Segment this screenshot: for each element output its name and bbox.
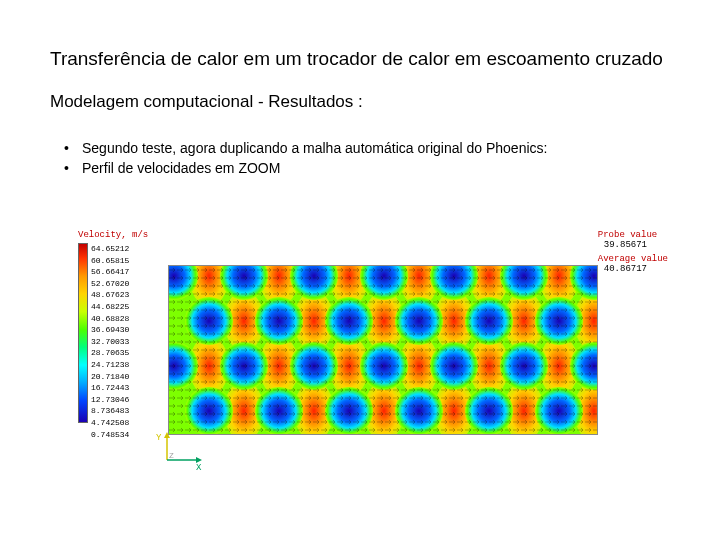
probe-readout: Probe value 39.85671 Average value 40.86… [598,230,668,278]
probe-label: Probe value [598,230,668,240]
svg-marker-16 [164,432,170,438]
axis-y-label: Y [156,433,162,443]
legend-title: Velocity, m/s [78,230,158,240]
legend-value: 56.66417 [91,266,129,278]
bullet-list: Segundo teste, agora duplicando a malha … [50,140,670,177]
velocity-contour-plot [168,265,598,435]
legend-value: 16.72443 [91,382,129,394]
legend-value: 4.742508 [91,417,129,429]
bullet-item: Segundo teste, agora duplicando a malha … [64,140,670,158]
legend-value: 64.65212 [91,243,129,255]
legend-value: 32.70033 [91,336,129,348]
axis-x-label: X [196,463,202,470]
color-legend: Velocity, m/s 64.65212 60.65815 56.66417… [78,230,158,440]
legend-value: 0.748534 [91,429,129,441]
legend-value: 20.71840 [91,371,129,383]
legend-value: 12.73046 [91,394,129,406]
page-title: Transferência de calor em um trocador de… [50,48,670,70]
average-value: 40.86717 [598,264,668,274]
axis-triad: Y X Z [152,430,207,470]
legend-value: 40.68828 [91,313,129,325]
legend-value: 60.65815 [91,255,129,267]
legend-value: 44.68225 [91,301,129,313]
axis-z-label: Z [169,451,174,460]
legend-value: 8.736483 [91,405,129,417]
legend-colorbar [78,243,88,423]
legend-value: 24.71238 [91,359,129,371]
legend-value: 28.70635 [91,347,129,359]
bullet-item: Perfil de velocidades em ZOOM [64,160,670,178]
legend-value: 52.67020 [91,278,129,290]
average-label: Average value [598,254,668,264]
probe-value: 39.85671 [598,240,668,250]
legend-values: 64.65212 60.65815 56.66417 52.67020 48.6… [88,243,129,440]
velocity-figure: Velocity, m/s 64.65212 60.65815 56.66417… [78,230,668,490]
legend-value: 48.67623 [91,289,129,301]
subtitle: Modelagem computacional - Resultados : [50,92,670,112]
legend-value: 36.69430 [91,324,129,336]
svg-rect-14 [169,266,598,435]
